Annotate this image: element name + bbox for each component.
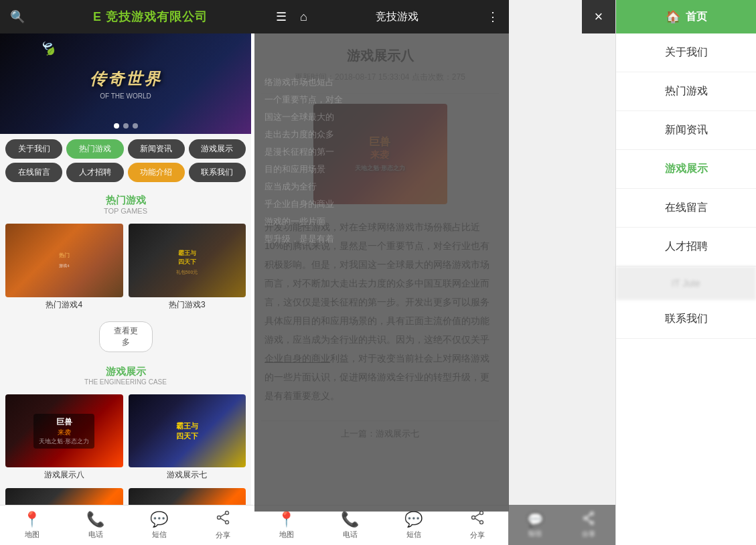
game-item-3: 霸王与 四天下 礼包500元 热门游戏3 — [129, 224, 246, 313]
search-icon[interactable]: 🔍 — [10, 9, 25, 24]
toolbar-right-item-2: 分享 — [562, 512, 615, 539]
toolbar-right-icon-2 — [582, 512, 595, 528]
right-nav-item-about[interactable]: 关于我们 — [616, 33, 756, 72]
toolbar-phone-2[interactable]: 📞 电话 — [318, 511, 382, 540]
svg-point-13 — [471, 516, 475, 520]
nav-btn-contact[interactable]: 联系我们 — [189, 163, 246, 182]
nav-btn-about[interactable]: 关于我们 — [5, 139, 62, 159]
close-icon: × — [595, 8, 603, 25]
showcase-title-cn: 游戏展示 — [0, 366, 251, 378]
showcase-label-7: 游戏展示七 — [129, 467, 246, 483]
toolbar-map-2[interactable]: 📍 地图 — [254, 511, 318, 540]
toolbar-share-label-2: 分享 — [470, 530, 485, 540]
header-right-icons: ⋮ — [487, 9, 499, 24]
svg-line-21 — [587, 519, 591, 522]
toolbar-right-item-1: 💬 短信 — [508, 512, 562, 538]
close-button-area[interactable]: × — [582, 0, 615, 33]
toolbar-sms-label-2: 短信 — [406, 530, 421, 540]
game-item-4: 热门 游戏4 热门游戏4 — [5, 224, 123, 313]
svg-point-19 — [591, 522, 593, 524]
showcase-thumb-7[interactable]: 霸王与 四天下 — [129, 394, 246, 468]
game-label-3: 热门游戏3 — [129, 297, 246, 313]
toolbar-share-label-1: 分享 — [216, 530, 230, 540]
banner-dots — [114, 123, 138, 129]
toolbar-phone-label-1: 电话 — [88, 530, 103, 540]
sms-icon-2: 💬 — [404, 511, 423, 528]
game-thumb-3[interactable]: 霸王与 四天下 礼包500元 — [129, 224, 246, 297]
svg-line-20 — [587, 514, 591, 518]
game-thumb-4[interactable]: 热门 游戏4 — [5, 224, 123, 297]
svg-point-8 — [217, 516, 220, 520]
view-more-button[interactable]: 查看更多 — [99, 321, 153, 352]
share-icon-2 — [470, 510, 485, 529]
phone-icon-2: 📞 — [341, 511, 359, 528]
toolbar-right-label-1: 短信 — [528, 529, 542, 538]
right-nav-item-contact[interactable]: 联系我们 — [616, 300, 756, 339]
toolbar-sms-2[interactable]: 💬 短信 — [382, 511, 445, 540]
toolbar-phone-label-2: 电话 — [343, 530, 358, 540]
svg-text:四天下: 四天下 — [178, 258, 197, 265]
nav-btn-hot-games[interactable]: 热门游戏 — [66, 139, 123, 159]
banner-dot-3[interactable] — [133, 123, 138, 129]
map-icon-1: 📍 — [23, 511, 41, 528]
toolbar-map-1[interactable]: 📍 地图 — [0, 511, 64, 540]
game-thumb-3-image: 霸王与 四天下 礼包500元 — [129, 224, 246, 297]
banner-subtitle: OF THE WORLD — [100, 92, 151, 100]
nav-buttons: 关于我们 热门游戏 新闻资讯 游戏展示 在线留言 人才招聘 功能介绍 联系我们 — [0, 134, 251, 187]
game-label-4: 热门游戏4 — [5, 297, 123, 313]
toolbar-phone-1[interactable]: 📞 电话 — [64, 511, 127, 540]
right-nav-item-news[interactable]: 新闻资讯 — [616, 111, 756, 150]
toolbar-share-1[interactable]: 分享 — [191, 510, 254, 540]
showcase-8-overlay: 巨兽 来袭 天地之魁·形态之力 — [5, 394, 123, 468]
nav-btn-features[interactable]: 功能介绍 — [128, 163, 185, 182]
games-grid: 热门 游戏4 热门游戏4 霸王与 四天下 礼包500元 — [0, 218, 251, 318]
menu-dots-icon[interactable]: ⋮ — [487, 9, 499, 24]
header-center-icons: ☰ ⌂ — [276, 9, 307, 24]
svg-text:热门: 热门 — [58, 252, 70, 258]
banner-dot-2[interactable] — [123, 123, 129, 129]
banner-dot-1[interactable] — [114, 123, 119, 129]
right-nav-item-recruit[interactable]: 人才招聘 — [616, 228, 756, 266]
right-nav-item-showcase[interactable]: 游戏展示 — [616, 150, 756, 189]
hot-games-title-cn: 热门游戏 — [0, 194, 251, 207]
home-icon[interactable]: ⌂ — [300, 10, 307, 24]
nav-btn-recruit[interactable]: 人才招聘 — [66, 163, 123, 182]
toolbar-map-label-1: 地图 — [25, 530, 40, 540]
right-nav-item-hot-games[interactable]: 热门游戏 — [616, 72, 756, 111]
content-blur-overlay: 络游戏市场也短占 一个重要节点，对全 国这一全球最大的 走出去力度的众多 是漫长… — [254, 33, 509, 512]
right-nav-home-icon: 🏠 — [666, 9, 680, 24]
header-left-icons: 🔍 — [10, 9, 25, 24]
right-nav-item-blurred: IT Jute — [616, 266, 756, 300]
sms-icon-1: 💬 — [150, 511, 168, 528]
header-title: 竞技游戏 — [376, 10, 419, 24]
svg-line-15 — [475, 514, 480, 517]
toolbar-sms-label-1: 短信 — [152, 530, 167, 540]
header-logo: E 竞技游戏有限公司 — [93, 9, 208, 25]
toolbar-map-label-2: 地图 — [279, 530, 294, 540]
right-nav-header: 🏠 首页 — [616, 0, 756, 33]
banner-title: 传奇世界 — [90, 68, 162, 90]
svg-rect-0 — [37, 240, 91, 281]
banner-content: 传奇世界 OF THE WORLD — [90, 68, 162, 100]
toolbar-right-label-2: 分享 — [582, 530, 595, 539]
nav-btn-news[interactable]: 新闻资讯 — [128, 139, 185, 159]
right-nav-item-message[interactable]: 在线留言 — [616, 189, 756, 228]
header: 🔍 E 竞技游戏有限公司 ☰ ⌂ 竞技游戏 ⋮ — [0, 0, 509, 33]
nav-btn-showcase[interactable]: 游戏展示 — [189, 139, 246, 159]
blur-inner-text: 络游戏市场也短占 一个重要节点，对全 国这一全球最大的 走出去力度的众多 是漫长… — [254, 33, 509, 258]
toolbar-share-2[interactable]: 分享 — [445, 510, 509, 540]
phone-icon-1: 📞 — [86, 511, 104, 528]
nav-btn-message[interactable]: 在线留言 — [5, 163, 62, 182]
svg-line-11 — [220, 518, 226, 522]
svg-line-10 — [220, 514, 226, 517]
bottom-toolbar-right-overlay: 💬 短信 分享 — [508, 505, 615, 545]
game-thumb-4-image: 热门 游戏4 — [5, 224, 123, 297]
svg-point-14 — [479, 521, 483, 524]
map-icon-2: 📍 — [277, 511, 295, 528]
svg-text:霸王与: 霸王与 — [178, 250, 197, 256]
toolbar-right-icon-1: 💬 — [527, 512, 544, 528]
right-nav-header-text[interactable]: 首页 — [686, 10, 707, 24]
toolbar-sms-1[interactable]: 💬 短信 — [127, 511, 191, 540]
menu-lines-icon[interactable]: ☰ — [276, 9, 287, 24]
showcase-thumb-8[interactable]: 巨兽 来袭 天地之魁·形态之力 — [5, 394, 123, 468]
